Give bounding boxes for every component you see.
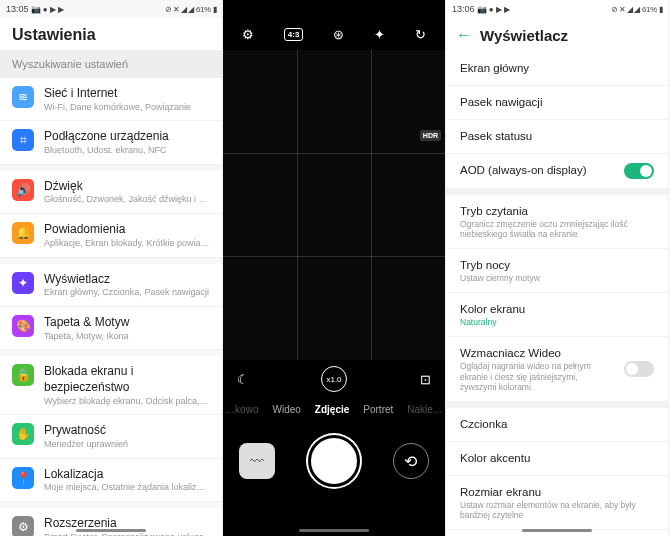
- shutter-button[interactable]: [308, 435, 360, 487]
- gallery-thumbnail[interactable]: 〰: [239, 443, 275, 479]
- item-title: Tryb nocy: [460, 258, 654, 273]
- item-title: Lokalizacja: [44, 467, 210, 483]
- settings-icon[interactable]: ⚙: [242, 27, 254, 42]
- viewfinder[interactable]: HDR: [223, 50, 445, 360]
- mode-item[interactable]: Portret: [363, 404, 393, 415]
- item-subtitle: Wi-Fi, Dane komórkowe, Powiązanie: [44, 102, 210, 113]
- item-icon: ⌗: [12, 129, 34, 151]
- settings-item[interactable]: 📍 Lokalizacja Moje miejsca, Ostatnie żąd…: [0, 459, 222, 502]
- focus-icon[interactable]: ⊡: [415, 372, 435, 387]
- back-icon[interactable]: ←: [456, 26, 472, 44]
- battery-percent: 61%: [196, 5, 211, 14]
- settings-item[interactable]: 🔔 Powiadomienia Aplikacje, Ekran blokady…: [0, 214, 222, 257]
- display-setting-item[interactable]: Ekran główny: [446, 52, 668, 86]
- display-setting-item[interactable]: Czcionka: [446, 408, 668, 442]
- toggle-switch[interactable]: [624, 361, 654, 377]
- timer-icon[interactable]: ↻: [415, 27, 426, 42]
- item-subtitle: Menedżer uprawnień: [44, 439, 210, 450]
- item-title: Wzmacniacz Wideo: [460, 346, 616, 361]
- item-subtitle: Oglądaj nagrania wideo na pełnym ekranie…: [460, 361, 616, 392]
- item-subtitle: Tapeta, Motyw, Ikona: [44, 331, 210, 342]
- mode-selector[interactable]: …kowo Wideo Zdjęcie Portret Nakle…: [223, 398, 445, 425]
- item-title: Sieć i Internet: [44, 86, 210, 102]
- item-title: Tryb czytania: [460, 204, 654, 219]
- item-subtitle: Głośność, Dzwonek, Jakość dźwięku i efek…: [44, 194, 210, 205]
- home-indicator[interactable]: [76, 529, 146, 532]
- settings-item[interactable]: ✋ Prywatność Menedżer uprawnień: [0, 415, 222, 458]
- item-title: Kolor ekranu: [460, 302, 654, 317]
- status-bar: 13:06 📷 ● ▶ ▶ ⊘ ✕ ◢ ◢ 61% ▮: [446, 0, 668, 18]
- item-title: Blokada ekranu i bezpieczeństwo: [44, 364, 210, 395]
- settings-item[interactable]: 🔒 Blokada ekranu i bezpieczeństwo Wybier…: [0, 356, 222, 415]
- item-title: Powiadomienia: [44, 222, 210, 238]
- display-setting-item[interactable]: Pasek nawigacji: [446, 86, 668, 120]
- item-title: Pasek statusu: [460, 129, 654, 144]
- clock: 13:06: [452, 4, 475, 14]
- item-title: Prywatność: [44, 423, 210, 439]
- display-setting-item[interactable]: Rozmiar ekranuUstaw rozmiar elementów na…: [446, 476, 668, 530]
- item-icon: ≋: [12, 86, 34, 108]
- home-indicator[interactable]: [522, 529, 592, 532]
- item-subtitle: Bluetooth, Udost. ekranu, NFC: [44, 145, 210, 156]
- item-title: Pasek nawigacji: [460, 95, 654, 110]
- night-mode-icon[interactable]: ☾: [233, 372, 253, 387]
- item-subtitle: Aplikacje, Ekran blokady, Krótkie powiad…: [44, 238, 210, 249]
- mode-item[interactable]: Nakle…: [407, 404, 443, 415]
- display-setting-item[interactable]: Tryb czytaniaOgranicz zmęczenie oczu zmn…: [446, 195, 668, 249]
- page-title: Ustawienia: [0, 18, 222, 50]
- zoom-button[interactable]: x1.0: [321, 366, 347, 392]
- item-title: Czcionka: [460, 417, 654, 432]
- item-icon: ⚙: [12, 516, 34, 536]
- hdr-badge[interactable]: HDR: [420, 130, 441, 141]
- item-icon: 🔒: [12, 364, 34, 386]
- settings-item[interactable]: 🔊 Dźwięk Głośność, Dzwonek, Jakość dźwię…: [0, 171, 222, 214]
- toggle-switch[interactable]: [624, 163, 654, 179]
- item-title: AOD (always-on display): [460, 163, 616, 178]
- display-setting-item[interactable]: Kolor ekranuNaturalny: [446, 293, 668, 337]
- item-icon: ✦: [12, 272, 34, 294]
- item-icon: 🔔: [12, 222, 34, 244]
- status-icons-right: ⊘ ✕ ◢ ◢: [165, 5, 194, 14]
- item-subtitle: Ekran główny, Czcionka, Pasek nawigacji: [44, 287, 210, 298]
- page-title: Wyświetlacz: [480, 27, 568, 44]
- item-subtitle: Ustaw ciemny motyw: [460, 273, 654, 283]
- search-input[interactable]: Wyszukiwanie ustawień: [0, 50, 222, 78]
- status-icons-left: 📷 ● ▶ ▶: [31, 5, 65, 14]
- battery-icon: ▮: [659, 5, 663, 14]
- status-bar: [223, 0, 445, 18]
- item-title: Tapeta & Motyw: [44, 315, 210, 331]
- switch-camera-button[interactable]: ⟲: [393, 443, 429, 479]
- home-indicator[interactable]: [299, 529, 369, 532]
- item-icon: 🎨: [12, 315, 34, 337]
- settings-item[interactable]: ≋ Sieć i Internet Wi-Fi, Dane komórkowe,…: [0, 78, 222, 121]
- filter-icon[interactable]: ⊛: [333, 27, 344, 42]
- status-bar: 13:05 📷 ● ▶ ▶ ⊘ ✕ ◢ ◢ 61% ▮: [0, 0, 222, 18]
- item-subtitle: Smart Doctor, Spersonalizowana usługa: [44, 532, 210, 536]
- item-subtitle: Wybierz blokadę ekranu, Odcisk palca, Za…: [44, 396, 210, 407]
- display-setting-item[interactable]: Tryb nocyUstaw ciemny motyw: [446, 249, 668, 293]
- settings-item[interactable]: ⌗ Podłączone urządzenia Bluetooth, Udost…: [0, 121, 222, 164]
- mode-item[interactable]: …kowo: [225, 404, 258, 415]
- status-icons-left: 📷 ● ▶ ▶: [477, 5, 511, 14]
- settings-item[interactable]: ✦ Wyświetlacz Ekran główny, Czcionka, Pa…: [0, 264, 222, 307]
- flash-icon[interactable]: ✦: [374, 27, 385, 42]
- display-setting-item[interactable]: AOD (always-on display): [446, 154, 668, 189]
- item-icon: 🔊: [12, 179, 34, 201]
- clock: 13:05: [6, 4, 29, 14]
- mode-item-active[interactable]: Zdjęcie: [315, 404, 349, 415]
- display-setting-item[interactable]: Pasek statusu: [446, 120, 668, 154]
- item-title: Rozmiar ekranu: [460, 485, 654, 500]
- camera-screen: ⚙ 4:3 ⊛ ✦ ↻ HDR ☾ x1.0 ⊡ …kowo Wideo Zdj…: [223, 0, 446, 536]
- item-icon: 📍: [12, 467, 34, 489]
- display-setting-item[interactable]: Kolor akcentu: [446, 442, 668, 476]
- battery-percent: 61%: [642, 5, 657, 14]
- mode-item[interactable]: Wideo: [272, 404, 300, 415]
- item-subtitle: Ustaw rozmiar elementów na ekranie, aby …: [460, 500, 654, 520]
- display-settings-screen: 13:06 📷 ● ▶ ▶ ⊘ ✕ ◢ ◢ 61% ▮ ← Wyświetlac…: [446, 0, 669, 536]
- aspect-ratio-button[interactable]: 4:3: [284, 28, 304, 41]
- battery-icon: ▮: [213, 5, 217, 14]
- item-title: Kolor akcentu: [460, 451, 654, 466]
- display-setting-item[interactable]: Wzmacniacz WideoOglądaj nagrania wideo n…: [446, 337, 668, 402]
- settings-item[interactable]: 🎨 Tapeta & Motyw Tapeta, Motyw, Ikona: [0, 307, 222, 350]
- item-subtitle: Naturalny: [460, 317, 654, 327]
